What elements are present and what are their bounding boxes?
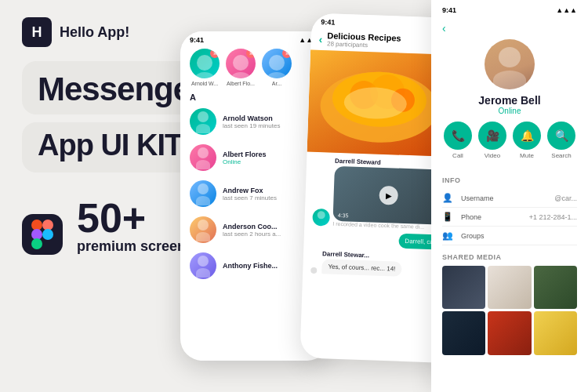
svg-rect-2: [31, 229, 42, 240]
info-row-phone: 📱 Phone +1 212-284-1...: [442, 208, 577, 227]
call-label: Call: [452, 152, 463, 159]
svg-point-4: [42, 229, 53, 240]
chat-avatar-arnold: [190, 108, 216, 135]
avatar-item-1: × Arnold W...: [190, 49, 220, 86]
call-icon: 📞: [444, 122, 472, 150]
media-thumb-1[interactable]: [442, 266, 485, 309]
info-key-groups: Groups: [461, 232, 571, 240]
remove-badge[interactable]: ×: [210, 49, 220, 58]
search-icon: 🔍: [547, 122, 575, 150]
phone-profile: 9:41 ▲▲▲ ‹ Jerome Bell Online 📞 Call 🎥 V…: [431, 0, 588, 392]
chat-info-arnold: Arnold Watson last seen 19 minutes: [223, 114, 320, 129]
chat-info-albert: Albert Flores Online: [223, 151, 320, 165]
media-thumb-3[interactable]: [534, 266, 577, 309]
msg-avatar-t: [310, 267, 317, 274]
video-label: Video: [485, 152, 500, 159]
phone-icon: 📱: [442, 212, 455, 222]
profile-header: ‹ Jerome Bell Online 📞 Call 🎥 Video 🔔 Mu…: [431, 17, 588, 176]
phone3-signal: ▲▲▲: [556, 6, 577, 14]
profile-avatar: [485, 39, 535, 89]
phone3-time: 9:41: [442, 6, 456, 14]
profile-name: Jerome Bell: [478, 94, 540, 107]
media-thumb-2[interactable]: [488, 266, 531, 309]
media-thumb-6[interactable]: [534, 311, 577, 354]
phone3-status-bar: 9:41 ▲▲▲: [431, 0, 588, 17]
brand-icon: H: [22, 17, 52, 47]
action-mute[interactable]: 🔔 Mute: [513, 122, 541, 159]
avatar-albert: ×: [226, 49, 256, 78]
action-buttons: 📞 Call 🎥 Video 🔔 Mute 🔍 Search: [444, 122, 575, 159]
info-section: INFO 👤 Username @car... 📱 Phone +1 212-2…: [431, 176, 588, 245]
chat-avatar-albert: [190, 144, 216, 171]
video-icon: 🎥: [478, 122, 506, 150]
phone1-time: 9:41: [190, 36, 204, 44]
chat-name-arnold: Arnold Watson: [223, 114, 320, 122]
profile-back-icon[interactable]: ‹: [442, 22, 446, 34]
media-section: SHARED MEDIA: [431, 253, 588, 355]
info-section-title: INFO: [442, 176, 577, 184]
food-illustration: [307, 50, 452, 149]
chat-avatar-anthony: [190, 252, 216, 279]
brand-title: Hello App!: [60, 24, 129, 41]
back-arrow-icon[interactable]: ‹: [318, 32, 322, 45]
avatar-illustration: [485, 39, 535, 89]
phone2-time: 9:41: [321, 18, 335, 27]
phone1-status-bar: 9:41 ▲▲▲: [180, 31, 329, 45]
avatar-ar: ×: [262, 49, 292, 78]
play-button[interactable]: ▶: [379, 186, 398, 205]
chat-sub-arnold: last seen 19 minutes: [223, 122, 320, 129]
svg-rect-0: [31, 220, 42, 230]
avatar-arnold: ×: [190, 49, 220, 78]
user-icon: 👤: [442, 193, 455, 203]
figma-icon: [22, 214, 63, 255]
remove-badge-3[interactable]: ×: [282, 49, 292, 58]
action-video[interactable]: 🎥 Video: [478, 122, 506, 159]
count-section: 50+ premium screens: [77, 198, 194, 255]
chat-sub-albert: Online: [223, 158, 320, 165]
groups-icon: 👥: [442, 230, 455, 241]
avatar-name-2: Albert Flo...: [227, 81, 255, 86]
remove-badge-2[interactable]: ×: [246, 49, 256, 58]
media-thumb-5[interactable]: [488, 311, 531, 354]
info-row-groups: 👥 Groups: [442, 227, 577, 245]
action-search[interactable]: 🔍 Search: [547, 122, 575, 159]
action-call[interactable]: 📞 Call: [444, 122, 472, 159]
svg-rect-1: [42, 220, 53, 230]
chat-avatar-anderson: [190, 216, 216, 243]
msg-avatar-darrell: [312, 209, 330, 227]
avatar-item-3: × Ar...: [262, 49, 292, 86]
chat-avatar-andrew: [190, 180, 216, 207]
video-time: 4:35: [338, 212, 349, 218]
avatar-body: [493, 71, 526, 89]
profile-status: Online: [499, 107, 521, 115]
avatar-name-1: Arnold W...: [191, 81, 218, 86]
count-sub: premium screens: [77, 238, 194, 255]
msg-text-darrell2: Yes, of cours... rec... 14!: [321, 259, 402, 277]
count-big: 50+: [77, 198, 194, 238]
avatar-item-2: × Albert Flo...: [226, 49, 256, 86]
section-label-a: A: [180, 91, 329, 103]
media-section-title: SHARED MEDIA: [442, 253, 577, 261]
info-key-username: Username: [461, 194, 548, 202]
avatar-row: × Arnold W... × Albert Flo... × Ar...: [180, 45, 329, 91]
media-thumb-4[interactable]: [442, 311, 485, 354]
svg-rect-3: [31, 238, 42, 249]
mute-icon: 🔔: [513, 122, 541, 150]
search-label: Search: [551, 152, 571, 159]
avatar-head: [499, 47, 521, 67]
chat-name-albert: Albert Flores: [223, 151, 320, 158]
media-grid: [442, 266, 577, 355]
info-val-username: @car...: [554, 194, 577, 202]
info-row-username: 👤 Username @car...: [442, 189, 577, 208]
info-val-phone: +1 212-284-1...: [529, 213, 577, 221]
video-bubble[interactable]: ▶ 4:35: [333, 166, 445, 225]
mute-label: Mute: [520, 152, 534, 159]
avatar-name-3: Ar...: [272, 81, 281, 86]
info-key-phone: Phone: [461, 213, 523, 221]
